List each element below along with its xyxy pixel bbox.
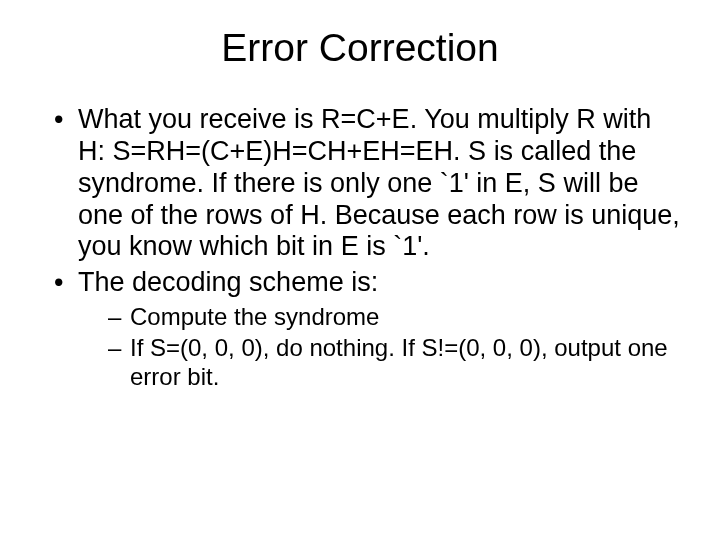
bullet-item: What you receive is R=C+E. You multiply … bbox=[50, 104, 680, 263]
sub-bullet-text: If S=(0, 0, 0), do nothing. If S!=(0, 0,… bbox=[130, 334, 668, 390]
slide: Error Correction What you receive is R=C… bbox=[0, 0, 720, 540]
bullet-text: The decoding scheme is: bbox=[78, 267, 378, 297]
slide-title: Error Correction bbox=[40, 26, 680, 70]
bullet-text: What you receive is R=C+E. You multiply … bbox=[78, 104, 680, 261]
bullet-list: What you receive is R=C+E. You multiply … bbox=[50, 104, 680, 392]
sub-bullet-item: If S=(0, 0, 0), do nothing. If S!=(0, 0,… bbox=[106, 334, 680, 392]
sub-bullet-item: Compute the syndrome bbox=[106, 303, 680, 332]
sub-bullet-text: Compute the syndrome bbox=[130, 303, 379, 330]
bullet-item: The decoding scheme is: Compute the synd… bbox=[50, 267, 680, 391]
sub-bullet-list: Compute the syndrome If S=(0, 0, 0), do … bbox=[106, 303, 680, 391]
